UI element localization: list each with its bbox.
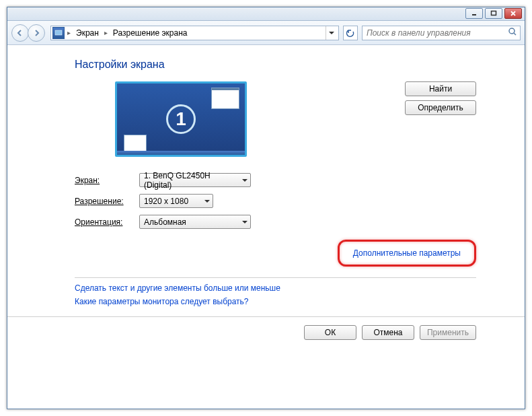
side-buttons: Найти Определить xyxy=(405,81,476,115)
page-title: Настройки экрана xyxy=(75,59,476,71)
resolution-label: Разрешение: xyxy=(75,197,139,206)
screen-label: Экран: xyxy=(75,176,139,185)
advanced-link-wrap: Дополнительные параметры xyxy=(75,237,476,272)
screen-value: 1. BenQ GL2450H (Digital) xyxy=(144,171,238,190)
orientation-row: Ориентация: Альбомная xyxy=(75,215,476,229)
highlight-annotation: Дополнительные параметры xyxy=(338,240,476,267)
apply-button[interactable]: Применить xyxy=(420,325,476,340)
search-box[interactable] xyxy=(362,26,521,40)
monitor-preview-row: 1 Найти Определить xyxy=(75,81,476,157)
search-icon xyxy=(508,27,517,38)
breadcrumb-screen[interactable]: Экран xyxy=(73,27,102,39)
screen-combo[interactable]: 1. BenQ GL2450H (Digital) xyxy=(139,173,251,187)
orientation-label: Ориентация: xyxy=(75,217,139,227)
svg-line-6 xyxy=(514,33,516,35)
monitor-number: 1 xyxy=(166,104,196,134)
forward-button[interactable] xyxy=(28,24,45,42)
cancel-button[interactable]: Отмена xyxy=(362,325,414,340)
preview-window-icon xyxy=(124,135,147,152)
advanced-settings-link[interactable]: Дополнительные параметры xyxy=(353,248,461,258)
titlebar xyxy=(7,7,525,21)
resolution-combo[interactable]: 1920 x 1080 xyxy=(139,194,213,208)
ok-button[interactable]: ОК xyxy=(304,325,356,340)
breadcrumb-separator-icon: ▸ xyxy=(103,29,109,36)
window-controls xyxy=(465,8,522,19)
navbar: ▸ Экран ▸ Разрешение экрана xyxy=(7,21,525,45)
resolution-value: 1920 x 1080 xyxy=(144,197,188,206)
divider xyxy=(75,277,476,278)
preview-window-icon xyxy=(211,88,239,109)
divider xyxy=(7,316,525,317)
maximize-button[interactable] xyxy=(485,8,502,19)
svg-point-5 xyxy=(509,28,515,34)
chevron-down-icon xyxy=(329,32,334,34)
links-section: Дополнительные параметры Сделать текст и… xyxy=(75,237,476,306)
refresh-button[interactable] xyxy=(343,26,358,40)
chevron-down-icon xyxy=(204,200,210,203)
breadcrumb-resolution[interactable]: Разрешение экрана xyxy=(110,27,190,39)
nav-arrows xyxy=(11,24,44,42)
orientation-combo[interactable]: Альбомная xyxy=(139,215,251,229)
content-area: Настройки экрана 1 Найти Определить Экра… xyxy=(7,45,525,317)
address-dropdown[interactable] xyxy=(326,26,337,40)
chevron-down-icon xyxy=(242,179,248,182)
address-bar[interactable]: ▸ Экран ▸ Разрешение экрана xyxy=(50,26,339,40)
breadcrumb-separator-icon: ▸ xyxy=(66,29,72,36)
which-settings-link[interactable]: Какие параметры монитора следует выбрать… xyxy=(75,297,476,306)
dialog-buttons: ОК Отмена Применить xyxy=(304,325,476,340)
minimize-button[interactable] xyxy=(465,8,483,19)
orientation-value: Альбомная xyxy=(144,217,186,227)
svg-rect-1 xyxy=(492,11,496,15)
monitor-preview[interactable]: 1 xyxy=(115,81,247,157)
detect-button[interactable]: Определить xyxy=(405,100,476,115)
svg-rect-4 xyxy=(55,30,62,35)
resolution-row: Разрешение: 1920 x 1080 xyxy=(75,194,476,208)
text-size-link[interactable]: Сделать текст и другие элементы больше и… xyxy=(75,283,476,293)
screen-row: Экран: 1. BenQ GL2450H (Digital) xyxy=(75,173,476,187)
chevron-down-icon xyxy=(242,221,248,223)
search-input[interactable] xyxy=(365,28,508,38)
close-button[interactable] xyxy=(504,8,522,19)
preview-taskbar xyxy=(117,151,245,155)
window-frame: ▸ Экран ▸ Разрешение экрана Настройки эк… xyxy=(7,7,525,409)
control-panel-icon xyxy=(52,27,65,39)
back-button[interactable] xyxy=(11,24,29,42)
find-button[interactable]: Найти xyxy=(405,81,476,96)
